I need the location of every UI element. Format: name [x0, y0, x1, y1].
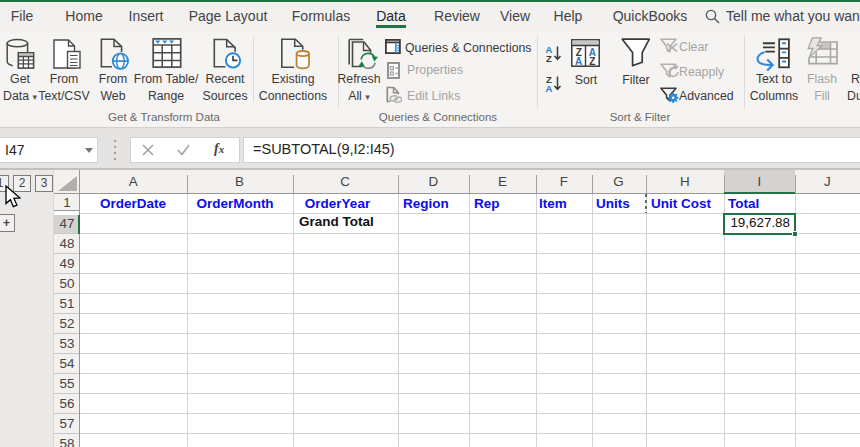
- svg-text:Z: Z: [589, 56, 595, 67]
- svg-text:Z: Z: [546, 53, 552, 63]
- svg-text:A: A: [546, 83, 553, 93]
- svg-text:A: A: [575, 56, 582, 67]
